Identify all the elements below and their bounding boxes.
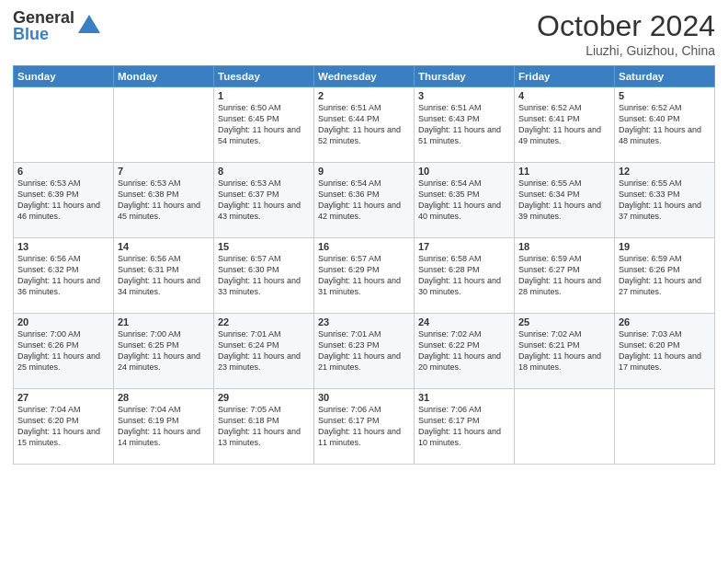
day-number: 23 xyxy=(318,316,410,327)
calendar-cell: 27Sunrise: 7:04 AM Sunset: 6:20 PM Dayli… xyxy=(14,389,114,465)
calendar-cell: 6Sunrise: 6:53 AM Sunset: 6:39 PM Daylig… xyxy=(14,163,114,238)
col-saturday: Saturday xyxy=(615,66,715,87)
calendar-week-4: 20Sunrise: 7:00 AM Sunset: 6:26 PM Dayli… xyxy=(14,314,715,389)
day-number: 14 xyxy=(118,241,210,252)
day-number: 15 xyxy=(218,241,310,252)
calendar-week-1: 1Sunrise: 6:50 AM Sunset: 6:45 PM Daylig… xyxy=(14,87,715,163)
calendar-week-3: 13Sunrise: 6:56 AM Sunset: 6:32 PM Dayli… xyxy=(14,238,715,314)
cell-info: Sunrise: 7:01 AM Sunset: 6:23 PM Dayligh… xyxy=(318,328,410,373)
col-thursday: Thursday xyxy=(415,66,515,87)
title-block: October 2024 Liuzhi, Guizhou, China xyxy=(537,9,715,58)
cell-info: Sunrise: 6:53 AM Sunset: 6:38 PM Dayligh… xyxy=(118,178,210,223)
calendar-cell: 23Sunrise: 7:01 AM Sunset: 6:23 PM Dayli… xyxy=(314,314,415,389)
col-sunday: Sunday xyxy=(14,66,114,87)
day-number: 29 xyxy=(218,392,310,403)
calendar-cell: 8Sunrise: 6:53 AM Sunset: 6:37 PM Daylig… xyxy=(214,163,314,238)
day-number: 18 xyxy=(518,241,610,252)
cell-info: Sunrise: 7:05 AM Sunset: 6:18 PM Dayligh… xyxy=(218,404,310,449)
calendar-cell: 11Sunrise: 6:55 AM Sunset: 6:34 PM Dayli… xyxy=(515,163,615,238)
day-number: 12 xyxy=(619,166,711,177)
calendar-cell: 18Sunrise: 6:59 AM Sunset: 6:27 PM Dayli… xyxy=(515,238,615,314)
calendar-cell xyxy=(114,87,214,163)
day-number: 3 xyxy=(418,90,510,101)
day-number: 19 xyxy=(619,241,711,252)
page-container: General Blue October 2024 Liuzhi, Guizho… xyxy=(0,0,728,563)
cell-info: Sunrise: 7:00 AM Sunset: 6:25 PM Dayligh… xyxy=(118,328,210,373)
cell-info: Sunrise: 6:54 AM Sunset: 6:35 PM Dayligh… xyxy=(418,178,510,223)
day-number: 11 xyxy=(518,166,610,177)
cell-info: Sunrise: 6:58 AM Sunset: 6:28 PM Dayligh… xyxy=(418,253,510,298)
day-number: 13 xyxy=(17,241,109,252)
col-wednesday: Wednesday xyxy=(314,66,415,87)
cell-info: Sunrise: 6:56 AM Sunset: 6:31 PM Dayligh… xyxy=(118,253,210,298)
logo-blue: Blue xyxy=(13,26,74,42)
day-number: 31 xyxy=(418,392,510,403)
cell-info: Sunrise: 6:51 AM Sunset: 6:43 PM Dayligh… xyxy=(418,102,510,147)
calendar-cell: 13Sunrise: 6:56 AM Sunset: 6:32 PM Dayli… xyxy=(14,238,114,314)
cell-info: Sunrise: 6:55 AM Sunset: 6:34 PM Dayligh… xyxy=(518,178,610,223)
day-number: 1 xyxy=(218,90,310,101)
day-number: 8 xyxy=(218,166,310,177)
calendar-cell: 5Sunrise: 6:52 AM Sunset: 6:40 PM Daylig… xyxy=(615,87,715,163)
col-friday: Friday xyxy=(515,66,615,87)
cell-info: Sunrise: 7:01 AM Sunset: 6:24 PM Dayligh… xyxy=(218,328,310,373)
cell-info: Sunrise: 6:59 AM Sunset: 6:26 PM Dayligh… xyxy=(619,253,711,298)
calendar-cell: 9Sunrise: 6:54 AM Sunset: 6:36 PM Daylig… xyxy=(314,163,415,238)
calendar-cell: 24Sunrise: 7:02 AM Sunset: 6:22 PM Dayli… xyxy=(415,314,515,389)
calendar-cell: 3Sunrise: 6:51 AM Sunset: 6:43 PM Daylig… xyxy=(415,87,515,163)
calendar-cell: 7Sunrise: 6:53 AM Sunset: 6:38 PM Daylig… xyxy=(114,163,214,238)
day-number: 7 xyxy=(118,166,210,177)
calendar-cell: 10Sunrise: 6:54 AM Sunset: 6:35 PM Dayli… xyxy=(415,163,515,238)
logo-general: General xyxy=(13,9,74,26)
calendar-cell: 16Sunrise: 6:57 AM Sunset: 6:29 PM Dayli… xyxy=(314,238,415,314)
day-number: 4 xyxy=(518,90,610,101)
calendar-cell: 26Sunrise: 7:03 AM Sunset: 6:20 PM Dayli… xyxy=(615,314,715,389)
day-number: 21 xyxy=(118,316,210,327)
cell-info: Sunrise: 7:04 AM Sunset: 6:19 PM Dayligh… xyxy=(118,404,210,449)
day-number: 25 xyxy=(518,316,610,327)
cell-info: Sunrise: 6:50 AM Sunset: 6:45 PM Dayligh… xyxy=(218,102,310,147)
day-number: 28 xyxy=(118,392,210,403)
calendar-cell xyxy=(515,389,615,465)
calendar-cell: 2Sunrise: 6:51 AM Sunset: 6:44 PM Daylig… xyxy=(314,87,415,163)
day-number: 10 xyxy=(418,166,510,177)
calendar-cell xyxy=(615,389,715,465)
day-number: 24 xyxy=(418,316,510,327)
logo-icon xyxy=(76,13,102,39)
cell-info: Sunrise: 6:51 AM Sunset: 6:44 PM Dayligh… xyxy=(318,102,410,147)
header-row: Sunday Monday Tuesday Wednesday Thursday… xyxy=(14,66,715,87)
day-number: 20 xyxy=(17,316,109,327)
col-monday: Monday xyxy=(114,66,214,87)
calendar-cell: 4Sunrise: 6:52 AM Sunset: 6:41 PM Daylig… xyxy=(515,87,615,163)
calendar-cell: 19Sunrise: 6:59 AM Sunset: 6:26 PM Dayli… xyxy=(615,238,715,314)
day-number: 27 xyxy=(17,392,109,403)
month-title: October 2024 xyxy=(537,9,715,43)
calendar-table: Sunday Monday Tuesday Wednesday Thursday… xyxy=(13,65,715,465)
cell-info: Sunrise: 6:52 AM Sunset: 6:41 PM Dayligh… xyxy=(518,102,610,147)
calendar-cell xyxy=(14,87,114,163)
calendar-cell: 29Sunrise: 7:05 AM Sunset: 6:18 PM Dayli… xyxy=(214,389,314,465)
cell-info: Sunrise: 7:03 AM Sunset: 6:20 PM Dayligh… xyxy=(619,328,711,373)
day-number: 6 xyxy=(17,166,109,177)
cell-info: Sunrise: 6:56 AM Sunset: 6:32 PM Dayligh… xyxy=(17,253,109,298)
calendar-cell: 22Sunrise: 7:01 AM Sunset: 6:24 PM Dayli… xyxy=(214,314,314,389)
cell-info: Sunrise: 6:52 AM Sunset: 6:40 PM Dayligh… xyxy=(619,102,711,147)
day-number: 30 xyxy=(318,392,410,403)
calendar-cell: 12Sunrise: 6:55 AM Sunset: 6:33 PM Dayli… xyxy=(615,163,715,238)
cell-info: Sunrise: 7:02 AM Sunset: 6:21 PM Dayligh… xyxy=(518,328,610,373)
cell-info: Sunrise: 7:00 AM Sunset: 6:26 PM Dayligh… xyxy=(17,328,109,373)
cell-info: Sunrise: 6:53 AM Sunset: 6:37 PM Dayligh… xyxy=(218,178,310,223)
calendar-cell: 20Sunrise: 7:00 AM Sunset: 6:26 PM Dayli… xyxy=(14,314,114,389)
svg-marker-0 xyxy=(78,15,100,33)
day-number: 2 xyxy=(318,90,410,101)
cell-info: Sunrise: 7:02 AM Sunset: 6:22 PM Dayligh… xyxy=(418,328,510,373)
day-number: 17 xyxy=(418,241,510,252)
calendar-cell: 17Sunrise: 6:58 AM Sunset: 6:28 PM Dayli… xyxy=(415,238,515,314)
calendar-body: 1Sunrise: 6:50 AM Sunset: 6:45 PM Daylig… xyxy=(14,87,715,465)
location: Liuzhi, Guizhou, China xyxy=(537,43,715,58)
calendar-cell: 14Sunrise: 6:56 AM Sunset: 6:31 PM Dayli… xyxy=(114,238,214,314)
logo-text: General Blue xyxy=(13,9,74,42)
calendar-cell: 1Sunrise: 6:50 AM Sunset: 6:45 PM Daylig… xyxy=(214,87,314,163)
cell-info: Sunrise: 6:59 AM Sunset: 6:27 PM Dayligh… xyxy=(518,253,610,298)
cell-info: Sunrise: 6:57 AM Sunset: 6:30 PM Dayligh… xyxy=(218,253,310,298)
